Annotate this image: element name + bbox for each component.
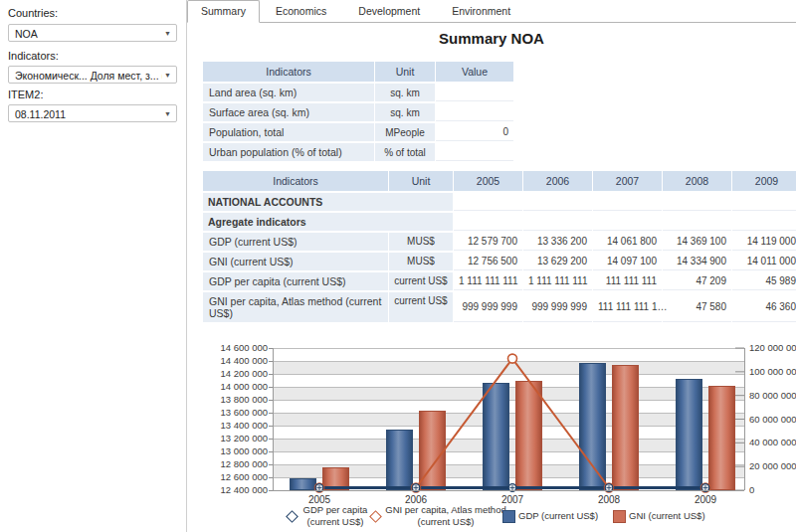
table-row: Urban population (% of total)% of total — [203, 143, 513, 161]
value-cell: 12 579 700 — [454, 233, 522, 251]
legend-label: GNI (current US$) — [629, 510, 705, 522]
tab-environment[interactable]: Environment — [436, 1, 526, 22]
table-row: Land area (sq. km)sq. km — [203, 84, 513, 101]
indicators-dropdown[interactable]: Экономическ... Доля мест, з... (1374) ▼ — [8, 66, 177, 84]
left-axis-tick — [269, 477, 273, 478]
value-cell — [454, 213, 522, 231]
column-header: Unit — [389, 171, 453, 191]
left-axis-tick — [269, 361, 273, 362]
value-cell — [732, 193, 796, 211]
indicators-dropdown-value: Экономическ... Доля мест, з... (1374) — [15, 67, 162, 85]
value-cell: 46 360 — [732, 292, 796, 322]
unit-cell: % of total — [375, 143, 435, 161]
table-row: NATIONAL ACCOUNTS — [203, 193, 796, 211]
left-axis-tick — [269, 451, 273, 452]
gdp-per-capita-marker — [508, 484, 516, 492]
bar-gni-2008 — [612, 365, 639, 490]
left-axis-tick-label: 13 600 000 — [195, 408, 268, 418]
right-axis-tick-label: 20 000 000 — [749, 461, 796, 471]
column-header: 2006 — [523, 171, 592, 191]
value-cell: 13 629 200 — [523, 253, 592, 270]
indicator-cell: Surface area (sq. km) — [203, 103, 374, 121]
value-cell: 14 369 100 — [663, 233, 731, 251]
indicator-cell: GDP (current US$) — [203, 233, 388, 251]
left-axis-tick-label: 14 200 000 — [195, 369, 268, 379]
value-cell — [523, 193, 592, 211]
unit-cell: MUS$ — [389, 253, 453, 270]
x-axis-label: 2008 — [579, 494, 639, 505]
left-axis-tick — [269, 387, 273, 388]
table-row: GNI per capita, Atlas method (current US… — [203, 292, 796, 322]
column-header: 2008 — [663, 171, 731, 191]
indicator-cell: Urban population (% of total) — [203, 143, 374, 161]
legend-square-icon — [502, 510, 515, 523]
value-cell: 1 111 111 111 — [523, 272, 592, 290]
legend-diamond-icon — [369, 510, 382, 523]
plot-area — [273, 348, 744, 490]
left-axis-tick-label: 14 000 000 — [195, 382, 268, 392]
left-axis-tick-label: 14 600 000 — [195, 343, 268, 353]
table-header-row: IndicatorsUnit20052006200720082009 — [203, 171, 796, 191]
value-cell: 14 119 000 — [732, 233, 796, 251]
tab-development[interactable]: Development — [342, 1, 436, 22]
column-header: 2009 — [732, 171, 796, 191]
bar-gdp-2005 — [290, 478, 316, 490]
value-cell: 45 989 — [732, 272, 796, 290]
table-row: Surface area (sq. km)sq. km — [203, 103, 513, 121]
page-title: Summary NOA — [187, 30, 796, 47]
countries-label: Countries: — [8, 7, 58, 19]
gdp-per-capita-marker — [701, 484, 709, 492]
value-cell: 111 111 111 1… — [593, 292, 662, 322]
chevron-down-icon: ▼ — [164, 25, 171, 43]
table-row: GDP per capita (current US$)current US$1… — [203, 272, 796, 290]
chevron-down-icon: ▼ — [164, 105, 171, 123]
left-axis-tick-label: 13 400 000 — [195, 421, 268, 431]
legend-diamond-icon — [286, 510, 298, 523]
left-axis-tick-label: 13 800 000 — [195, 395, 268, 405]
value-cell — [663, 193, 731, 211]
right-axis-tick-label: 100 000 000 — [749, 367, 796, 377]
left-axis-tick — [269, 413, 273, 414]
value-cell — [436, 143, 513, 161]
value-cell: 14 334 900 — [663, 253, 731, 270]
gni-per-capita-marker — [315, 483, 324, 492]
main-panel: SummaryEconomicsDevelopmentEnvironment S… — [186, 0, 796, 532]
tab-economics[interactable]: Economics — [260, 1, 342, 22]
left-axis-tick — [269, 464, 273, 465]
value-cell: 12 756 500 — [454, 253, 522, 270]
unit-cell: MUS$ — [389, 233, 453, 251]
bar-gni-2005 — [322, 467, 349, 490]
value-cell: 14 097 100 — [593, 253, 662, 270]
right-axis-line — [744, 348, 745, 490]
value-cell: 999 999 999 — [523, 292, 592, 322]
legend-label: GDP per capita(current US$) — [299, 504, 371, 528]
value-cell: 999 999 999 — [454, 292, 522, 322]
item2-dropdown[interactable]: 08.11.2011 ▼ — [8, 104, 177, 122]
countries-dropdown-value: NOA — [15, 25, 162, 43]
bar-gni-2009 — [708, 386, 735, 490]
left-axis-tick — [269, 426, 273, 427]
tab-summary[interactable]: Summary — [187, 0, 260, 23]
indicators-label: Indicators: — [8, 50, 59, 62]
right-axis-tick-label: 60 000 000 — [749, 415, 796, 425]
value-cell — [593, 193, 662, 211]
column-header: 2005 — [454, 171, 522, 191]
right-axis-tick-label: 40 000 000 — [749, 438, 796, 447]
bar-gdp-2006 — [386, 430, 413, 490]
countries-dropdown[interactable]: NOA ▼ — [8, 24, 177, 42]
left-axis-tick-label: 14 400 000 — [195, 356, 268, 366]
value-cell — [732, 213, 796, 231]
section-cell: Agregate indicators — [203, 213, 453, 231]
indicator-cell: GNI (current US$) — [203, 253, 388, 270]
left-axis-tick-label: 12 400 000 — [195, 485, 268, 495]
gni-per-capita-marker — [605, 483, 614, 492]
bar-gdp-2009 — [676, 379, 702, 490]
indicator-cell: Population, total — [203, 123, 374, 141]
legend-label: GNI per capita, Atlas method(current US$… — [382, 504, 509, 528]
sidebar: Countries: NOA ▼ Indicators: Экономическ… — [0, 0, 186, 532]
table-row: Agregate indicators — [203, 213, 796, 231]
legend-label: GDP (current US$) — [518, 510, 598, 522]
column-header: Indicators — [203, 62, 374, 82]
item2-label: ITEM2: — [8, 89, 43, 100]
app-window: Countries: NOA ▼ Indicators: Экономическ… — [0, 0, 796, 532]
